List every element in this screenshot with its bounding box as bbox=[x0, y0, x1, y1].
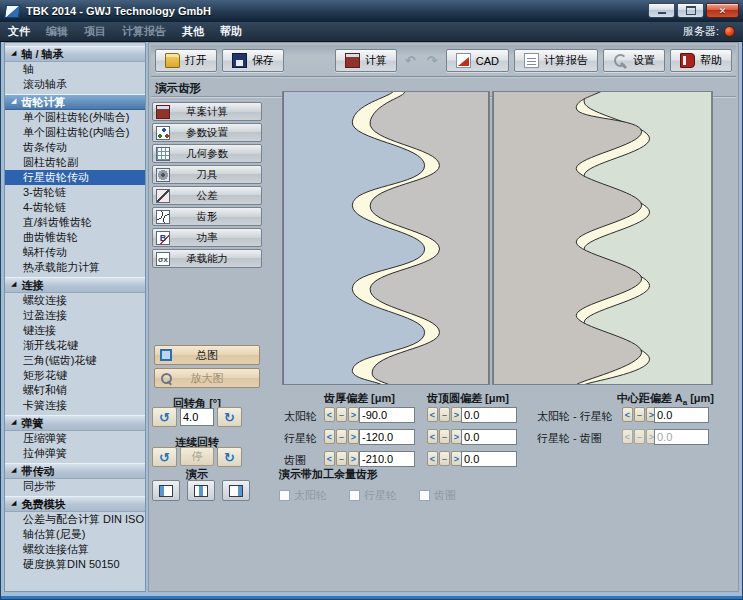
calc-nav-icon bbox=[156, 231, 170, 245]
sidebar-item[interactable]: ◢ 行星齿轮传动 bbox=[5, 170, 145, 185]
sidebar-item[interactable]: ◢ 圆柱齿轮副 bbox=[5, 155, 145, 170]
thickness-deviation-input[interactable] bbox=[359, 429, 415, 445]
demo-planet-button[interactable] bbox=[187, 480, 215, 501]
sidebar-item[interactable]: ◢ 蜗杆传动 bbox=[5, 245, 145, 260]
rotate-ccw-button[interactable]: ↺ bbox=[152, 407, 177, 427]
demo-sun-button[interactable] bbox=[152, 480, 180, 501]
sidebar-item[interactable]: ◢ 轴估算(尼曼) bbox=[5, 527, 145, 542]
sidebar-item[interactable]: ◢ 公差与配合计算 DIN ISO 286 bbox=[5, 512, 145, 527]
sidebar-item[interactable]: ◢ 螺纹连接估算 bbox=[5, 542, 145, 557]
sidebar-item[interactable]: ◢ 螺纹连接 bbox=[5, 293, 145, 308]
sidebar-item-label: 公差与配合计算 DIN ISO 286 bbox=[23, 512, 146, 527]
increase-arrow-button[interactable]: > bbox=[348, 451, 359, 466]
thickness-deviation-input[interactable] bbox=[359, 407, 415, 423]
sidebar-item[interactable]: ◢ 热承载能力计算 bbox=[5, 260, 145, 275]
decrease-arrow-button[interactable]: < bbox=[427, 429, 438, 444]
rotation-angle-input[interactable] bbox=[180, 408, 214, 426]
sidebar-item[interactable]: ◢ 压缩弹簧 bbox=[5, 431, 145, 446]
sidebar-item[interactable]: ◢ 齿轮计算 bbox=[5, 94, 145, 110]
sidebar-item[interactable]: ◢ 三角(锯齿)花键 bbox=[5, 353, 145, 368]
calc-nav-button[interactable]: 齿形 bbox=[152, 207, 262, 226]
sidebar-item[interactable]: ◢ 曲齿锥齿轮 bbox=[5, 230, 145, 245]
sidebar-item[interactable]: ◢ 免费模块 bbox=[5, 496, 145, 512]
sidebar-item-label: 键连接 bbox=[23, 323, 56, 338]
menu-item[interactable]: 其他 bbox=[182, 24, 204, 39]
sidebar-item[interactable]: ◢ 4-齿轮链 bbox=[5, 200, 145, 215]
close-button[interactable]: ✕ bbox=[706, 3, 739, 18]
center-distance-input[interactable] bbox=[654, 407, 709, 423]
sidebar-item[interactable]: ◢ 单个圆柱齿轮(外啮合) bbox=[5, 110, 145, 125]
save-button[interactable]: 保存 bbox=[222, 49, 284, 72]
menu-item[interactable]: 帮助 bbox=[220, 24, 242, 39]
tip-deviation-input[interactable] bbox=[461, 451, 517, 467]
increase-arrow-button[interactable]: > bbox=[348, 429, 359, 444]
reset-button[interactable]: – bbox=[439, 429, 450, 444]
reset-button[interactable]: – bbox=[439, 407, 450, 422]
rotate-cw-button[interactable]: ↻ bbox=[217, 407, 242, 427]
sidebar-item[interactable]: ◢ 3-齿轮链 bbox=[5, 185, 145, 200]
sidebar-item[interactable]: ◢ 键连接 bbox=[5, 323, 145, 338]
minimize-button[interactable] bbox=[648, 3, 675, 18]
calc-nav-button[interactable]: 刀具 bbox=[152, 165, 262, 184]
decrease-arrow-button[interactable]: < bbox=[324, 451, 335, 466]
increase-arrow-button[interactable]: > bbox=[348, 407, 359, 422]
reset-button[interactable]: – bbox=[439, 451, 450, 466]
sidebar-item[interactable]: ◢ 过盈连接 bbox=[5, 308, 145, 323]
calc-nav-button[interactable]: 草案计算 bbox=[152, 102, 262, 121]
open-button[interactable]: 打开 bbox=[155, 49, 217, 72]
demo-ring-button[interactable] bbox=[222, 480, 250, 501]
decrease-arrow-button[interactable]: < bbox=[324, 407, 335, 422]
thickness-deviation-input[interactable] bbox=[359, 451, 415, 467]
calc-nav-button[interactable]: 几何参数 bbox=[152, 144, 262, 163]
sidebar-item[interactable]: ◢ 单个圆柱齿轮(内啮合) bbox=[5, 125, 145, 140]
decrease-arrow-button: < bbox=[622, 429, 633, 444]
calculate-button[interactable]: 计算 bbox=[335, 49, 397, 72]
reset-button[interactable]: – bbox=[634, 407, 645, 422]
sidebar-item[interactable]: ◢ 带传动 bbox=[5, 463, 145, 479]
sidebar-item[interactable]: ◢ 弹簧 bbox=[5, 415, 145, 431]
sidebar-item[interactable]: ◢ 同步带 bbox=[5, 479, 145, 494]
tip-deviation-input[interactable] bbox=[461, 407, 517, 423]
sidebar-item[interactable]: ◢ 矩形花键 bbox=[5, 368, 145, 383]
sidebar-item[interactable]: ◢ 轴 bbox=[5, 62, 145, 77]
calc-nav-label: 刀具 bbox=[197, 168, 218, 182]
sidebar-item[interactable]: ◢ 齿条传动 bbox=[5, 140, 145, 155]
sidebar-item[interactable]: ◢ 螺钉和销 bbox=[5, 383, 145, 398]
cad-button[interactable]: CAD bbox=[446, 49, 509, 72]
sidebar-item-label: 连接 bbox=[21, 277, 43, 293]
gear-row-label: 齿圈 bbox=[284, 453, 306, 468]
help-button[interactable]: 帮助 bbox=[670, 49, 732, 72]
decrease-arrow-button[interactable]: < bbox=[427, 407, 438, 422]
settings-button[interactable]: 设置 bbox=[603, 49, 665, 72]
sidebar-item-label: 矩形花键 bbox=[23, 368, 67, 383]
sidebar-item[interactable]: ◢ 拉伸弹簧 bbox=[5, 446, 145, 461]
report-button[interactable]: 计算报告 bbox=[514, 49, 598, 72]
calc-nav-button[interactable]: 功率 bbox=[152, 228, 262, 247]
sidebar-item-label: 同步带 bbox=[23, 479, 56, 494]
sidebar-item[interactable]: ◢ 连接 bbox=[5, 277, 145, 293]
tip-deviation-input[interactable] bbox=[461, 429, 517, 445]
calc-nav-button[interactable]: 参数设置 bbox=[152, 123, 262, 142]
continuous-cw-button[interactable]: ↻ bbox=[217, 447, 242, 467]
reset-button[interactable]: – bbox=[336, 429, 347, 444]
sidebar-item[interactable]: ◢ 卡簧连接 bbox=[5, 398, 145, 413]
sidebar-item[interactable]: ◢ 直/斜齿锥齿轮 bbox=[5, 215, 145, 230]
sidebar-item[interactable]: ◢ 轴 / 轴承 bbox=[5, 46, 145, 62]
reset-button[interactable]: – bbox=[336, 407, 347, 422]
continuous-ccw-button[interactable]: ↺ bbox=[152, 447, 177, 467]
sidebar-item[interactable]: ◢ 硬度换算DIN 50150 bbox=[5, 557, 145, 572]
demo-right-stripe-icon bbox=[229, 485, 243, 497]
tip-stepper: < – > bbox=[427, 407, 462, 422]
decrease-arrow-button[interactable]: < bbox=[427, 451, 438, 466]
calc-nav-button[interactable]: 承载能力 bbox=[152, 249, 262, 268]
sidebar-item[interactable]: ◢ 滚动轴承 bbox=[5, 77, 145, 92]
decrease-arrow-button[interactable]: < bbox=[622, 407, 633, 422]
decrease-arrow-button[interactable]: < bbox=[324, 429, 335, 444]
reset-button[interactable]: – bbox=[336, 451, 347, 466]
menu-item[interactable]: 文件 bbox=[8, 24, 30, 39]
sidebar-item[interactable]: ◢ 渐开线花键 bbox=[5, 338, 145, 353]
calc-nav-label: 参数设置 bbox=[186, 126, 228, 140]
calc-nav-button[interactable]: 公差 bbox=[152, 186, 262, 205]
overview-view-button[interactable]: 总图 bbox=[154, 345, 260, 365]
maximize-button[interactable] bbox=[677, 3, 704, 18]
